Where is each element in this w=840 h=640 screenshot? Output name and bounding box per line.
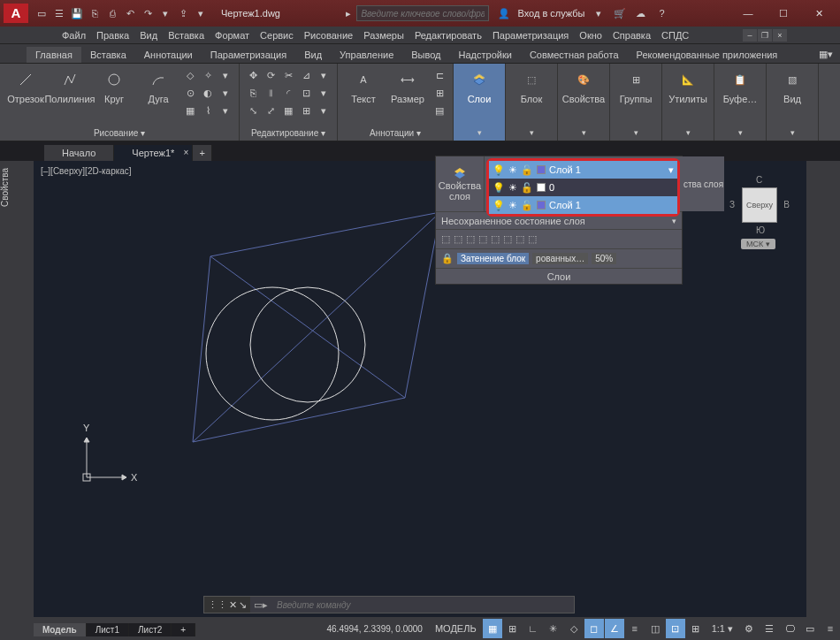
transp-toggle[interactable]: ◫ <box>645 619 665 638</box>
user-icon[interactable]: 👤 <box>496 5 512 21</box>
clean-icon[interactable]: ▭ <box>800 619 820 638</box>
ribbon-tab-addins[interactable]: Надстройки <box>450 47 521 63</box>
polar-toggle[interactable]: ✳ <box>544 619 563 638</box>
qat-save-icon[interactable]: 💾 <box>69 5 85 21</box>
sun-icon[interactable]: ☀ <box>508 164 517 176</box>
menu-file[interactable]: Файл <box>62 30 86 41</box>
menu-draw[interactable]: Рисование <box>304 30 353 41</box>
minimize-button[interactable]: — <box>730 0 766 27</box>
cmd-recent-icon[interactable]: ↘ <box>239 599 247 611</box>
qat-open-icon[interactable]: ☰ <box>51 5 67 21</box>
menu-tools[interactable]: Сервис <box>260 30 294 41</box>
bulb-icon[interactable]: 💡 <box>493 182 505 194</box>
qat-saveas-icon[interactable]: ⎘ <box>87 5 103 21</box>
gear-icon[interactable]: ⚙ <box>739 619 759 638</box>
props-button[interactable]: 🎨Свойства <box>563 67 604 126</box>
qat-dd-icon[interactable]: ▾ <box>193 5 209 21</box>
layer-props-button[interactable]: Свойства слоя <box>436 156 485 211</box>
ribbon-tab-param[interactable]: Параметризация <box>202 47 295 63</box>
fillet-icon[interactable]: ◜ <box>280 85 296 101</box>
scale-icon[interactable]: ⤢ <box>263 103 279 118</box>
tab-model[interactable]: Модель <box>34 623 87 636</box>
utils-button[interactable]: 📐Утилиты <box>668 67 708 126</box>
qat-more-icon[interactable]: ▾ <box>157 5 173 21</box>
menu-spds[interactable]: СПДС <box>661 30 689 41</box>
search-input[interactable] <box>356 5 489 21</box>
iso-toggle[interactable]: ◇ <box>564 619 584 638</box>
polyline-button[interactable]: Полилиния <box>50 67 90 126</box>
move-icon[interactable]: ✥ <box>245 67 261 83</box>
left-palette-bar[interactable]: Свойства <box>0 161 34 617</box>
menu-help[interactable]: Справка <box>613 30 651 41</box>
cloud-icon[interactable]: ☁ <box>633 5 649 21</box>
sc-toggle[interactable]: ⊞ <box>686 619 706 638</box>
grid-toggle[interactable]: ▦ <box>483 619 502 638</box>
snap-toggle[interactable]: ⊞ <box>503 619 523 638</box>
text-button[interactable]: A Текст <box>343 67 384 126</box>
circle-button[interactable]: Круг <box>94 67 134 126</box>
dd-arrow-icon[interactable]: ▾ <box>668 164 674 176</box>
ribbon-tab-home[interactable]: Главная <box>27 47 81 63</box>
signin-link[interactable]: Вход в службы <box>517 8 584 19</box>
ribbon-panel-icon[interactable]: ▦▾ <box>812 46 840 63</box>
ws-icon[interactable]: ☰ <box>760 619 779 638</box>
color-swatch[interactable] <box>537 165 546 174</box>
ortho-toggle[interactable]: ∟ <box>523 619 543 638</box>
drawing-canvas[interactable]: [–][Сверху][2D-каркас] X Y С <box>34 161 806 617</box>
maximize-button[interactable]: ☐ <box>766 0 801 27</box>
tab-start[interactable]: Начало <box>44 145 114 161</box>
dim-button[interactable]: ⟷ Размер <box>387 67 428 126</box>
cmd-grip-icon[interactable]: ⋮⋮ <box>208 599 227 611</box>
lock-icon[interactable]: 🔓 <box>521 200 533 211</box>
tab-sheet1[interactable]: Лист1 <box>87 623 129 636</box>
arc-button[interactable]: Дуга <box>138 67 179 126</box>
color-swatch[interactable] <box>537 201 546 210</box>
otrack-toggle[interactable]: ∠ <box>605 619 624 638</box>
ribbon-tab-output[interactable]: Вывод <box>402 47 449 63</box>
child-close-button[interactable]: × <box>773 29 787 42</box>
line-button[interactable]: Отрезок <box>5 67 46 126</box>
clipboard-button[interactable]: 📋Буфе… <box>720 67 760 126</box>
mirror-icon[interactable]: ⦀ <box>263 85 279 101</box>
app-logo[interactable]: A <box>4 4 28 23</box>
qat-new-icon[interactable]: ▭ <box>34 5 50 21</box>
array-icon[interactable]: ▦ <box>280 103 296 118</box>
anno-scale[interactable]: 1:1 ▾ <box>706 619 738 638</box>
groups-button[interactable]: ⊞Группы <box>615 67 656 126</box>
qp-toggle[interactable]: ⊡ <box>666 619 685 638</box>
block-button[interactable]: ⬚Блок <box>511 67 552 126</box>
menu-insert[interactable]: Вставка <box>168 30 204 41</box>
view-cube[interactable]: С Ю В З Сверху МСК ▾ <box>729 170 790 249</box>
cart-icon[interactable]: 🛒 <box>612 5 628 21</box>
menu-modify[interactable]: Редактировать <box>415 30 482 41</box>
ribbon-tab-manage[interactable]: Управление <box>331 47 402 63</box>
ribbon-tab-collab[interactable]: Совместная работа <box>521 47 628 63</box>
lock-icon[interactable]: 🔓 <box>521 164 533 176</box>
ribbon-tab-view[interactable]: Вид <box>295 47 331 63</box>
ribbon-tab-insert[interactable]: Вставка <box>81 47 135 63</box>
child-restore-button[interactable]: ❐ <box>758 29 772 42</box>
qat-redo-icon[interactable]: ↷ <box>140 5 156 21</box>
sun-icon[interactable]: ☀ <box>508 200 517 211</box>
child-min-button[interactable]: – <box>743 29 757 42</box>
layers-dd-icon[interactable]: ▾ <box>477 128 482 137</box>
custom-icon[interactable]: ≡ <box>821 619 840 638</box>
qat-undo-icon[interactable]: ↶ <box>122 5 138 21</box>
tab-add-layout[interactable]: + <box>172 623 195 636</box>
wcs-label[interactable]: МСК ▾ <box>741 239 775 249</box>
close-button[interactable]: ✕ <box>801 0 836 27</box>
tab-drawing[interactable]: Чертеж1*× <box>114 145 193 161</box>
bulb-icon[interactable]: 💡 <box>493 164 505 176</box>
lock-icon[interactable]: 🔓 <box>521 182 533 194</box>
menu-format[interactable]: Формат <box>215 30 249 41</box>
monitor-icon[interactable]: 🖵 <box>780 619 799 638</box>
color-swatch[interactable] <box>537 183 546 192</box>
command-input[interactable] <box>271 600 574 610</box>
help-icon[interactable]: ? <box>654 5 670 21</box>
osnap-toggle[interactable]: ◻ <box>584 619 604 638</box>
layer-current-row[interactable]: 💡 ☀ 🔓 Слой 1 ▾ <box>489 161 677 179</box>
ribbon-tab-anno[interactable]: Аннотации <box>135 47 202 63</box>
cmd-close-icon[interactable]: ✕ <box>229 599 237 611</box>
rotate-icon[interactable]: ⟳ <box>263 67 279 83</box>
qat-plot-icon[interactable]: ⎙ <box>104 5 120 21</box>
